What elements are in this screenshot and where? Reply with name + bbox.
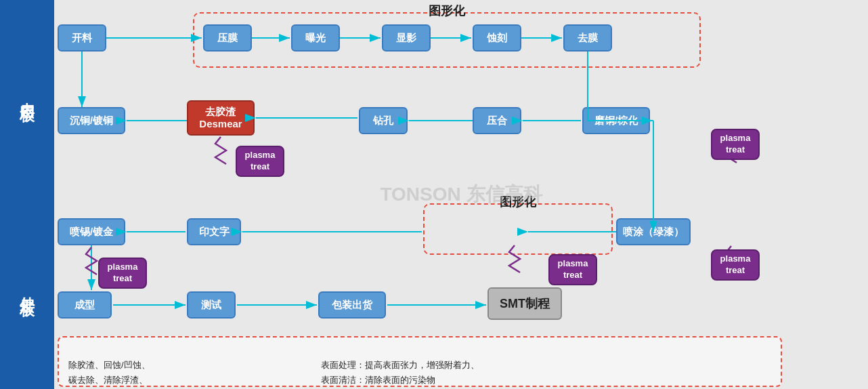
inner-panel-label: 内层板	[17, 90, 37, 98]
side-panels: 内层板 外层板	[0, 0, 54, 389]
qujiaozha-box: 去胶渣 Desmear	[187, 100, 255, 136]
plasma-treat-2: plasma treat	[711, 129, 760, 160]
plasma-treat-1: plasma treat	[236, 146, 284, 177]
outer-panel: 外层板	[0, 188, 54, 389]
notes-right: 表面处理：提高表面张力，增强附着力、 表面清洁：清除表面的污染物 特氟龙的活化	[321, 343, 771, 380]
chengxing-box: 成型	[58, 291, 112, 319]
graphicalize-top-label: 图形化	[429, 3, 465, 19]
graphicalize-top-group: 图形化	[193, 12, 701, 68]
kailian-box: 开料	[58, 24, 106, 52]
xianying-box: 显影	[382, 24, 431, 52]
plasma-treat-5: plasma treat	[711, 249, 760, 281]
smt-box: SMT制程	[487, 287, 562, 320]
quguang-box: 曝光	[291, 24, 340, 52]
main-container: 内层板 外层板 TONSON 东信高科 图形化 图形化 开料 压膜 曝光	[0, 0, 868, 389]
yuhe-box: 压合	[473, 107, 521, 134]
plasma-treat-4: plasma treat	[548, 254, 597, 285]
graphicalize-bottom-group: 图形化	[423, 203, 613, 255]
plasma-treat-3: plasma treat	[98, 258, 147, 289]
shike-box: 蚀刻	[473, 24, 521, 52]
notes-box: 除胶渣、回蚀/凹蚀、 碳去除、清除浮渣、 表面处理：提高表面张力，增强附着力、 …	[58, 336, 782, 387]
yinwenzi-box: 印文字	[187, 218, 241, 245]
graphicalize-bottom-label: 图形化	[500, 194, 536, 210]
zuankong-box: 钻孔	[359, 107, 408, 134]
pencheng-box: 喷涂（绿漆）	[616, 218, 691, 245]
penxijingjin-box: 喷锡/镀金	[58, 218, 125, 245]
ceshi-box: 测试	[187, 291, 236, 319]
chentong-box: 沉铜/镀铜	[58, 107, 125, 134]
content-area: TONSON 东信高科 图形化 图形化 开料 压膜 曝光 显影 蚀刻	[54, 0, 868, 389]
baozhuang-box: 包装出货	[318, 291, 386, 319]
qumu-box: 去膜	[563, 24, 612, 52]
inner-panel: 内层板	[0, 0, 54, 188]
outer-panel-label: 外层板	[17, 285, 37, 293]
tonghualian-box: 磨铜/棕化	[582, 107, 650, 134]
yamo-box: 压膜	[203, 24, 252, 52]
notes-left: 除胶渣、回蚀/凹蚀、 碳去除、清除浮渣、	[68, 343, 294, 380]
